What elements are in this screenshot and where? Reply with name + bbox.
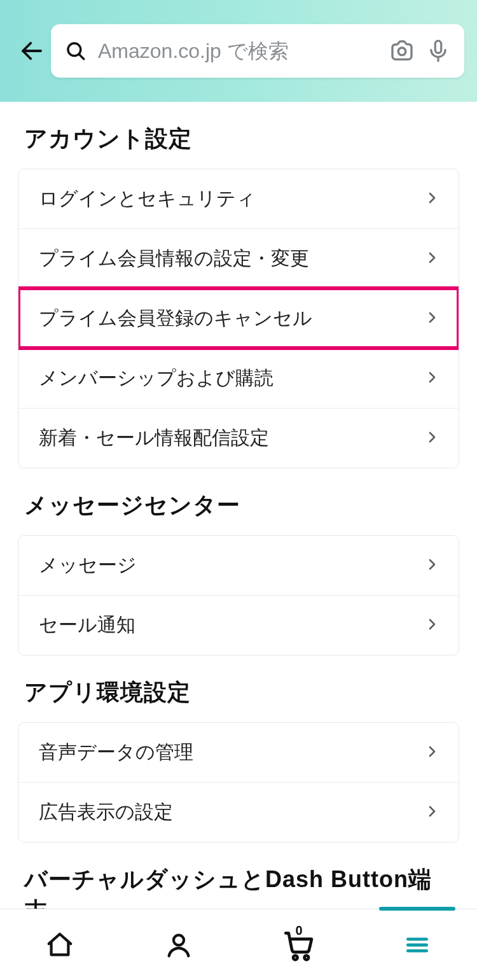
chevron-right-icon [424,615,439,636]
chevron-right-icon [424,428,439,449]
camera-button[interactable] [389,38,415,64]
app-prefs-list: 音声データの管理 広告表示の設定 [18,722,459,843]
list-item-label: 音声データの管理 [39,739,193,766]
svg-point-8 [304,955,308,960]
account-settings-list: ログインとセキュリティ プライム会員情報の設定・変更 プライム会員登録のキャンセ… [18,169,459,468]
list-item-label: 広告表示の設定 [39,799,173,825]
chevron-right-icon [424,802,439,823]
chevron-right-icon [424,368,439,389]
active-tab-indicator [379,907,455,911]
section-title-messages: メッセージセンター [0,468,477,535]
back-button[interactable] [13,38,51,64]
nav-menu[interactable] [358,909,478,980]
svg-line-2 [79,54,83,59]
chevron-right-icon [424,188,439,210]
message-center-list: メッセージ セール通知 [18,535,459,655]
memberships-item[interactable]: メンバーシップおよび購読 [18,348,459,408]
chevron-right-icon [424,308,439,330]
login-security-item[interactable]: ログインとセキュリティ [18,169,459,228]
nav-cart[interactable]: 0 [238,909,358,980]
back-arrow-icon [18,38,45,64]
cancel-prime-item[interactable]: プライム会員登録のキャンセル [18,288,459,348]
svg-point-3 [398,48,406,55]
voice-data-item[interactable]: 音声データの管理 [18,723,459,782]
svg-rect-4 [435,41,441,53]
newsletter-settings-item[interactable]: 新着・セール情報配信設定 [18,408,459,468]
home-icon [45,930,74,960]
voice-button[interactable] [426,39,450,63]
app-header [0,0,477,102]
search-input[interactable] [98,39,378,63]
microphone-icon [426,39,450,63]
sale-notifications-item[interactable]: セール通知 [18,595,459,655]
section-title-app-prefs: アプリ環境設定 [0,655,477,722]
bottom-nav: 0 [0,909,477,980]
nav-account[interactable] [120,909,239,980]
prime-info-item[interactable]: プライム会員情報の設定・変更 [18,228,459,288]
nav-home[interactable] [0,909,120,980]
list-item-label: メンバーシップおよび購読 [39,365,273,391]
menu-icon [403,931,431,959]
chevron-right-icon [424,555,439,577]
list-item-label: セール通知 [39,612,135,638]
chevron-right-icon [424,248,439,270]
search-bar[interactable] [51,24,464,78]
user-icon [164,930,193,960]
ad-settings-item[interactable]: 広告表示の設定 [18,782,459,842]
svg-point-7 [293,955,298,960]
list-item-label: プライム会員登録のキャンセル [39,305,312,332]
messages-item[interactable]: メッセージ [18,536,459,595]
svg-point-6 [174,935,184,945]
camera-icon [389,38,415,64]
cart-badge: 0 [296,923,303,938]
settings-content: アカウント設定 ログインとセキュリティ プライム会員情報の設定・変更 プライム会… [0,102,477,909]
list-item-label: 新着・セール情報配信設定 [39,425,269,451]
chevron-right-icon [424,742,439,764]
section-title-dash: バーチャルダッシュとDash Button端末 [0,843,477,909]
search-icon [65,40,86,62]
list-item-label: プライム会員情報の設定・変更 [39,246,309,272]
section-title-account: アカウント設定 [0,102,477,169]
list-item-label: ログインとセキュリティ [39,186,256,212]
list-item-label: メッセージ [39,552,137,578]
